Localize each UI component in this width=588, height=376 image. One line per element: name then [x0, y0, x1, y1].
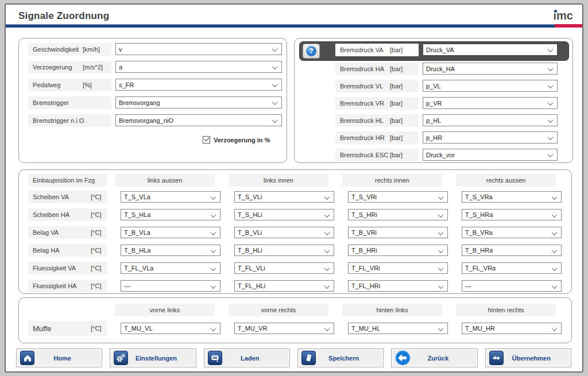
load-icon — [208, 351, 222, 365]
chevron-down-icon — [548, 152, 554, 157]
bremsdruck-combobox-4[interactable]: p_HL — [423, 114, 558, 126]
matrix-combobox-0-3[interactable]: T_S_VRa — [462, 191, 562, 203]
chevron-down-icon — [211, 212, 216, 218]
matrix-combobox-3-1[interactable]: T_B_HLi — [234, 245, 334, 256]
matrix-combobox-5-2[interactable]: T_FL_HRi — [348, 280, 448, 292]
bremsdruck-combobox-6[interactable]: Druck_vor — [423, 149, 558, 161]
matrix-combobox-3-3[interactable]: T_B_HRa — [462, 245, 562, 256]
matrix-combobox-2-1[interactable]: T_B_VLi — [234, 227, 334, 238]
matrix-combobox-5-1[interactable]: T_FL_HLi — [234, 280, 334, 292]
field-unit: [bar] — [390, 46, 419, 53]
save-icon — [301, 351, 316, 365]
matrix-combobox-2-0[interactable]: T_B_VLa — [121, 227, 220, 238]
brand-divider-red-segment — [555, 24, 582, 28]
matrix-combobox-5-3[interactable]: --- — [462, 280, 562, 292]
field-label: Bremsdruck HR — [340, 134, 390, 141]
panel-muffe: vorne links vorne rechts hinten links hi… — [18, 297, 572, 343]
matrix-combobox-3-0[interactable]: T_B_HLa — [121, 245, 220, 256]
matrix-combobox-0-1[interactable]: T_S_VLi — [234, 191, 334, 203]
combobox-value: T_FL_VLi — [238, 265, 265, 272]
field-label: Bremsdruck ESC — [340, 152, 390, 158]
chevron-down-icon — [438, 230, 444, 235]
field-unit: [bar] — [390, 134, 419, 141]
bremsdruck-combobox-2[interactable]: p_VL — [423, 80, 558, 92]
chevron-down-icon — [272, 117, 278, 123]
brake-pressure-rows: Bremsdruck VA [bar] Druck_VA Bremsdruck … — [295, 38, 572, 161]
combobox-value: T_B_HLa — [124, 247, 150, 254]
muffe-combobox-1[interactable]: T_MU_VR — [234, 323, 334, 334]
chevron-down-icon — [438, 325, 444, 331]
muffe-combobox-2[interactable]: T_MU_HL — [348, 323, 448, 334]
field-unit: [bar] — [390, 65, 419, 72]
combobox-value: T_B_VRi — [351, 229, 377, 236]
matrix-row-unit: [°C] — [91, 282, 107, 289]
combobox-value: T_S_VLa — [124, 193, 150, 200]
field-label-box: Bremsdruck VR [bar] — [335, 97, 419, 110]
field-label-box: Bremsdruck HA [bar] — [335, 63, 419, 75]
combobox-value: s_FR — [119, 82, 134, 88]
combobox-value: T_B_VRa — [465, 229, 493, 236]
matrix-combobox-2-2[interactable]: T_B_VRi — [348, 227, 448, 238]
signal-combobox-2[interactable]: s_FR — [115, 79, 282, 91]
matrix-row-label-box: Scheiben HA [°C] — [28, 208, 107, 221]
save-button-label: Speichern — [316, 355, 383, 362]
chevron-down-icon — [438, 247, 444, 253]
matrix-combobox-5-0[interactable]: --- — [121, 280, 220, 292]
back-button[interactable]: Zurück — [391, 348, 477, 367]
matrix-combobox-4-1[interactable]: T_FL_VLi — [234, 262, 334, 274]
home-button[interactable]: Home — [16, 348, 102, 367]
combobox-value: T_FL_VLa — [124, 265, 153, 272]
signal-combobox-3[interactable]: Bremsvorgang — [115, 96, 282, 108]
bremsdruck-row-6: Bremsdruck ESC [bar] Druck_vor — [335, 149, 572, 161]
apply-button[interactable]: Übernehmen — [485, 348, 571, 367]
field-label: Bremsdruck HL — [340, 117, 390, 124]
matrix-combobox-3-2[interactable]: T_B_HRi — [348, 245, 448, 256]
muffe-combobox-3[interactable]: T_MU_HR — [462, 323, 562, 334]
matrix-combobox-1-0[interactable]: T_S_HLa — [121, 209, 220, 220]
muffe-combobox-0[interactable]: T_MU_VL — [121, 323, 220, 334]
matrix-combobox-4-2[interactable]: T_FL_VRi — [348, 262, 448, 274]
chevron-down-icon — [438, 194, 444, 200]
combobox-value: T_FL_VRa — [465, 265, 496, 272]
matrix-combobox-4-3[interactable]: T_FL_VRa — [462, 262, 562, 274]
bremsdruck-combobox-1[interactable]: Druck_HA — [423, 63, 558, 75]
bremsdruck-combobox-3[interactable]: p_VR — [423, 97, 558, 109]
field-unit: [bar] — [390, 100, 419, 107]
combobox-value: T_S_HLi — [238, 211, 262, 218]
muffe-header-row: vorne links vorne rechts hinten links hi… — [19, 298, 571, 316]
settings-button[interactable]: Einstellungen — [110, 348, 196, 367]
help-button[interactable]: ? — [303, 44, 320, 59]
matrix-corner-label: Einbauposition im Fzg — [33, 177, 107, 184]
muffe-unit: [°C] — [91, 325, 107, 332]
field-label-box: Verzoegerung [m/s^2] — [28, 61, 111, 73]
combobox-value: Bremsvorgang_niO — [119, 117, 173, 124]
combobox-value: T_S_HLa — [124, 211, 150, 218]
chevron-down-icon — [324, 212, 330, 218]
bremsdruck-combobox-0[interactable]: Druck_VA — [423, 44, 558, 56]
save-button[interactable]: Speichern — [297, 348, 384, 367]
matrix-row-0: Scheiben VA [°C] T_S_VLa T_S_VLi T_S_VRi… — [19, 191, 571, 203]
matrix-combobox-0-0[interactable]: T_S_VLa — [121, 191, 220, 203]
field-label: Bremsdruck VR — [340, 100, 390, 107]
combobox-value: T_S_VRa — [465, 193, 493, 200]
matrix-combobox-0-2[interactable]: T_S_VRi — [348, 191, 448, 203]
combobox-value: T_MU_VL — [124, 325, 153, 332]
combobox-value: --- — [124, 282, 130, 289]
chevron-down-icon — [272, 99, 278, 105]
bremsdruck-combobox-5[interactable]: p_HR — [423, 131, 558, 144]
signal-combobox-0[interactable]: v — [115, 43, 282, 55]
muffe-column-headers: vorne links vorne rechts hinten links hi… — [107, 304, 556, 316]
muffe-column-header-3: hinten rechts — [456, 304, 556, 316]
chevron-down-icon — [324, 265, 330, 271]
matrix-combobox-4-0[interactable]: T_FL_VLa — [121, 262, 220, 274]
matrix-combobox-1-1[interactable]: T_S_HLi — [234, 209, 334, 220]
load-button[interactable]: Laden — [204, 348, 290, 367]
field-label: Bremsdruck HA — [340, 65, 390, 72]
signal-combobox-1[interactable]: a — [115, 61, 282, 73]
matrix-combobox-1-3[interactable]: T_S_HRa — [462, 209, 562, 220]
matrix-combobox-2-3[interactable]: T_B_VRa — [462, 227, 562, 238]
verzoegerung-checkbox[interactable] — [203, 136, 210, 144]
signal-combobox-4[interactable]: Bremsvorgang_niO — [115, 114, 282, 126]
combobox-value: T_FL_HRi — [351, 282, 380, 289]
matrix-combobox-1-2[interactable]: T_S_HRi — [348, 209, 448, 220]
